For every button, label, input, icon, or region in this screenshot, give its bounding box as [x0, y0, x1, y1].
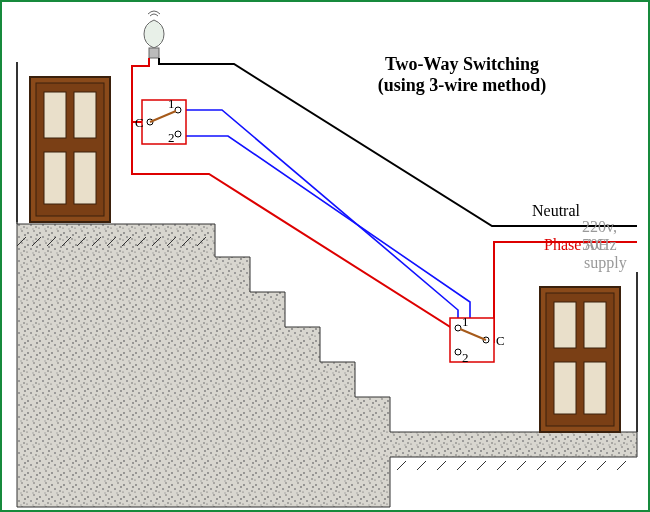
svg-point-60: [455, 349, 461, 355]
svg-line-28: [537, 461, 546, 470]
neutral-label: Neutral: [532, 202, 580, 220]
svg-line-21: [397, 461, 406, 470]
svg-line-32: [617, 461, 626, 470]
svg-text:1: 1: [462, 314, 469, 329]
phase-label: Phase: [544, 236, 581, 254]
svg-rect-43: [554, 302, 576, 348]
svg-line-31: [597, 461, 606, 470]
svg-line-22: [417, 461, 426, 470]
svg-text:2: 2: [462, 350, 469, 365]
svg-rect-37: [44, 92, 66, 138]
svg-rect-44: [584, 302, 606, 348]
svg-text:C: C: [496, 333, 505, 348]
svg-text:2: 2: [168, 130, 175, 145]
title-line-1: Two-Way Switching: [385, 54, 539, 74]
switch-2: C 1 2: [450, 314, 505, 365]
svg-rect-38: [74, 92, 96, 138]
svg-line-30: [577, 461, 586, 470]
svg-line-27: [517, 461, 526, 470]
svg-line-26: [497, 461, 506, 470]
svg-line-24: [457, 461, 466, 470]
svg-text:1: 1: [168, 96, 175, 111]
svg-rect-40: [74, 152, 96, 204]
svg-rect-47: [149, 48, 159, 58]
diagram-frame: C 1 2 C 1 2 Two-Way Switching (using 3-w…: [0, 0, 650, 512]
svg-line-23: [437, 461, 446, 470]
svg-rect-46: [584, 362, 606, 414]
svg-line-25: [477, 461, 486, 470]
switch-1: C 1 2: [135, 96, 186, 145]
door-upper: [30, 77, 110, 222]
svg-rect-39: [44, 152, 66, 204]
title-line-2: (using 3-wire method): [378, 75, 547, 95]
lamp-icon: [144, 11, 164, 58]
svg-text:C: C: [135, 115, 144, 130]
diagram-title: Two-Way Switching (using 3-wire method): [352, 54, 572, 96]
svg-rect-45: [554, 362, 576, 414]
door-lower: [540, 287, 620, 432]
svg-line-29: [557, 461, 566, 470]
svg-point-52: [175, 131, 181, 137]
supply-line-2: AC supply: [584, 236, 648, 272]
